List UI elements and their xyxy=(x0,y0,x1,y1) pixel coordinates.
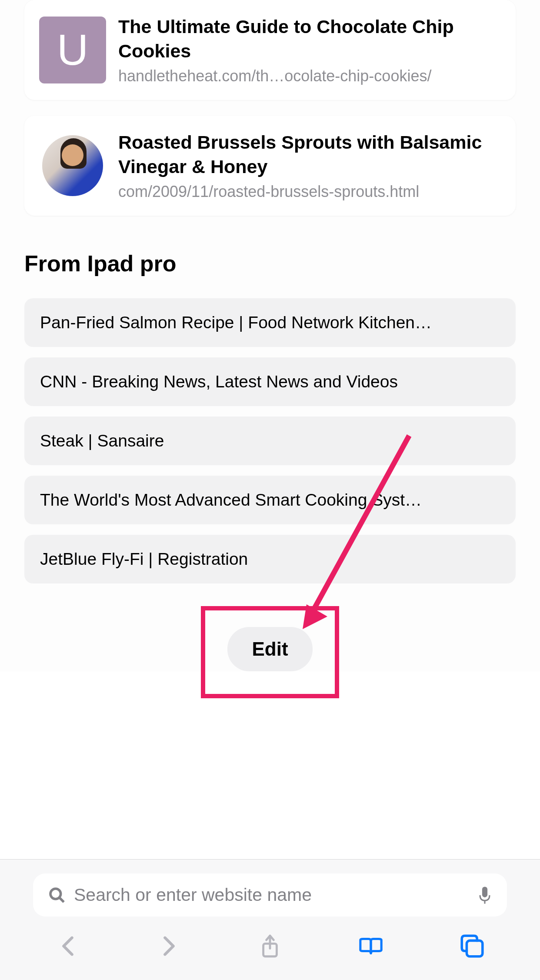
chevron-left-icon xyxy=(61,935,75,957)
site-letter-icon: U xyxy=(39,17,106,83)
svg-point-2 xyxy=(50,888,61,899)
tab-url: handletheheat.com/th…ocolate-chip-cookie… xyxy=(118,67,501,85)
remote-tab-item[interactable]: Pan-Fried Salmon Recipe | Food Network K… xyxy=(24,298,516,347)
svg-rect-4 xyxy=(482,887,487,897)
tab-url: com/2009/11/roasted-brussels-sprouts.htm… xyxy=(118,183,501,201)
bottom-bar: Search or enter website name xyxy=(0,859,540,980)
tab-title: The Ultimate Guide to Chocolate Chip Coo… xyxy=(118,15,501,63)
chevron-right-icon xyxy=(162,935,176,957)
share-button[interactable] xyxy=(258,934,282,958)
svg-rect-8 xyxy=(467,940,482,956)
toolbar xyxy=(0,923,540,980)
tabs-button[interactable] xyxy=(460,934,484,958)
tab-card[interactable]: Roasted Brussels Sprouts with Balsamic V… xyxy=(24,116,516,216)
tab-title: Roasted Brussels Sprouts with Balsamic V… xyxy=(118,130,501,179)
book-icon xyxy=(359,935,383,957)
forward-button[interactable] xyxy=(157,934,181,958)
site-avatar-icon xyxy=(42,135,103,196)
tabs-icon xyxy=(460,933,484,959)
tab-card[interactable]: U The Ultimate Guide to Chocolate Chip C… xyxy=(24,0,516,100)
share-icon xyxy=(261,933,279,959)
svg-line-3 xyxy=(60,898,64,902)
remote-tab-item[interactable]: CNN - Breaking News, Latest News and Vid… xyxy=(24,357,516,406)
tab-text: Roasted Brussels Sprouts with Balsamic V… xyxy=(118,130,501,201)
remote-tab-item[interactable]: JetBlue Fly-Fi | Registration xyxy=(24,535,516,583)
search-placeholder: Search or enter website name xyxy=(74,885,470,905)
section-title: From Ipad pro xyxy=(24,250,516,277)
tab-text: The Ultimate Guide to Chocolate Chip Coo… xyxy=(118,15,501,85)
microphone-icon[interactable] xyxy=(478,886,491,905)
search-icon xyxy=(49,887,65,903)
back-button[interactable] xyxy=(56,934,80,958)
svg-marker-1 xyxy=(303,604,327,629)
remote-tab-item[interactable]: Steak | Sansaire xyxy=(24,417,516,465)
search-input[interactable]: Search or enter website name xyxy=(33,873,507,917)
remote-tab-item[interactable]: The World's Most Advanced Smart Cooking … xyxy=(24,476,516,524)
bookmarks-button[interactable] xyxy=(359,934,383,958)
edit-button[interactable]: Edit xyxy=(227,627,312,671)
